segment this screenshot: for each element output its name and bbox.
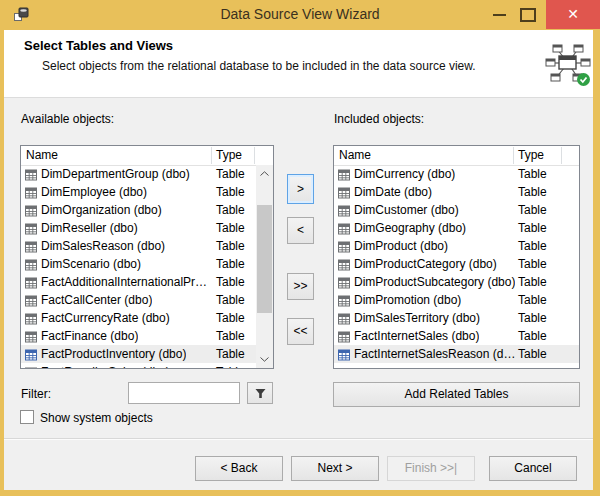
object-name: DimSalesReason (dbo) [41,237,165,255]
object-name: DimCurrency (dbo) [354,165,455,183]
green-check-icon [577,73,590,86]
object-name: FactCallCenter (dbo) [41,291,152,309]
column-divider [513,147,514,164]
vertical-scrollbar[interactable] [256,165,273,368]
filter-input[interactable] [128,382,240,404]
show-system-objects-label: Show system objects [40,411,153,425]
footer-divider [4,438,593,440]
table-icon [25,330,37,342]
table-row[interactable]: FactResellerSales (dbo)Table [21,363,256,368]
filter-button[interactable] [247,382,273,404]
table-row[interactable]: DimPromotion (dbo)Table [334,291,579,309]
data-source-view-wizard-window: Data Source View Wizard ✕ Select Tables … [0,0,600,496]
table-icon [338,240,350,252]
object-name: DimGeography (dbo) [354,219,466,237]
object-type: Table [518,165,547,183]
table-icon [25,276,37,288]
next-button[interactable]: Next > [291,456,379,481]
move-all-left-button[interactable]: << [287,318,314,345]
included-objects-list[interactable]: Name Type DimCurrency (dbo)TableDimDate … [333,145,580,369]
table-row[interactable]: FactFinance (dbo)Table [21,327,256,345]
table-row[interactable]: DimReseller (dbo)Table [21,219,256,237]
table-row[interactable]: DimSalesTerritory (dbo)Table [334,309,579,327]
table-icon [338,276,350,288]
object-name: DimScenario (dbo) [41,255,141,273]
object-type: Table [216,165,245,183]
scrollbar-thumb[interactable] [257,205,272,313]
column-header-type[interactable]: Type [216,146,242,165]
filter-label: Filter: [21,387,51,401]
object-name: DimProductSubcategory (dbo) [354,273,515,291]
table-row[interactable]: DimCustomer (dbo)Table [334,201,579,219]
page-title: Select Tables and Views [24,38,173,53]
cancel-button[interactable]: Cancel [489,456,577,481]
object-name: FactInternetSalesReason (dbo) [354,345,516,363]
object-name: DimProduct (dbo) [354,237,448,255]
close-button[interactable]: ✕ [546,0,600,29]
back-button[interactable]: < Back [195,456,283,481]
table-row[interactable]: FactInternetSalesReason (dbo)Table [334,345,579,363]
table-row[interactable]: DimScenario (dbo)Table [21,255,256,273]
column-header-type[interactable]: Type [518,146,544,165]
object-type: Table [216,255,245,273]
object-name: DimReseller (dbo) [41,219,138,237]
list-header: Name Type [334,146,579,166]
object-name: FactInternetSales (dbo) [354,327,479,345]
object-type: Table [518,345,547,363]
object-name: FactFinance (dbo) [41,327,138,345]
show-system-objects-checkbox[interactable] [20,410,34,424]
object-name: FactAdditionalInternationalProd... [41,273,209,291]
page-description: Select objects from the relational datab… [42,59,476,73]
column-divider [211,147,212,164]
table-icon [338,186,350,198]
table-row[interactable]: DimOrganization (dbo)Table [21,201,256,219]
table-icon [338,348,350,360]
scroll-down-button[interactable] [256,351,273,368]
minimize-button[interactable] [486,0,512,29]
object-type: Table [518,183,547,201]
move-all-right-button[interactable]: >> [287,273,314,300]
table-row[interactable]: FactInternetSales (dbo)Table [334,327,579,345]
table-row[interactable]: FactCallCenter (dbo)Table [21,291,256,309]
column-divider [561,147,562,164]
object-type: Table [216,363,245,368]
column-header-name[interactable]: Name [26,146,58,165]
scroll-up-button[interactable] [256,165,273,182]
add-related-tables-button[interactable]: Add Related Tables [333,382,580,407]
table-row[interactable]: DimGeography (dbo)Table [334,219,579,237]
object-name: DimSalesTerritory (dbo) [354,309,480,327]
table-icon [25,168,37,180]
move-left-button[interactable]: < [287,217,314,244]
table-row[interactable]: DimProductSubcategory (dbo)Table [334,273,579,291]
maximize-button[interactable] [514,0,540,29]
table-row[interactable]: DimDepartmentGroup (dbo)Table [21,165,256,183]
object-type: Table [216,201,245,219]
table-row[interactable]: DimEmployee (dbo)Table [21,183,256,201]
table-row[interactable]: DimSalesReason (dbo)Table [21,237,256,255]
available-objects-label: Available objects: [21,112,114,126]
object-type: Table [216,327,245,345]
object-name: DimProductCategory (dbo) [354,255,497,273]
titlebar: Data Source View Wizard ✕ [0,0,600,30]
table-icon [25,240,37,252]
move-right-button[interactable]: > [287,174,314,204]
object-type: Table [518,273,547,291]
table-icon [25,294,37,306]
available-objects-list[interactable]: Name Type DimDepartmentGroup (dbo)TableD… [20,145,274,369]
chevron-down-icon [260,357,269,362]
table-row[interactable]: FactCurrencyRate (dbo)Table [21,309,256,327]
table-icon [338,294,350,306]
table-row[interactable]: DimProduct (dbo)Table [334,237,579,255]
object-type: Table [518,201,547,219]
table-icon [25,204,37,216]
table-row[interactable]: FactAdditionalInternationalProd...Table [21,273,256,291]
object-type: Table [216,219,245,237]
table-icon [338,204,350,216]
table-row[interactable]: FactProductInventory (dbo)Table [21,345,256,363]
column-header-name[interactable]: Name [339,146,371,165]
included-objects-label: Included objects: [334,112,424,126]
table-row[interactable]: DimProductCategory (dbo)Table [334,255,579,273]
table-row[interactable]: DimDate (dbo)Table [334,183,579,201]
table-icon [25,348,37,360]
table-row[interactable]: DimCurrency (dbo)Table [334,165,579,183]
